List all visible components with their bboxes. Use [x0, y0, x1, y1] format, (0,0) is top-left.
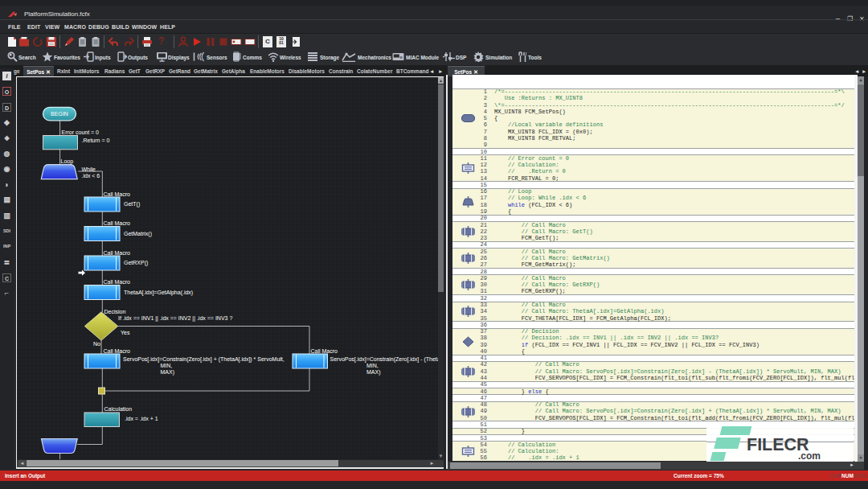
svg-text:Yes: Yes: [121, 330, 130, 335]
svg-text:Call Macro: Call Macro: [311, 348, 338, 354]
svg-text:.idx = .idx + 1: .idx = .idx + 1: [125, 416, 158, 421]
svg-text:GetRXP(): GetRXP(): [124, 260, 148, 266]
svg-text:Decision: Decision: [104, 309, 126, 314]
svg-text:BEGIN: BEGIN: [51, 111, 68, 117]
svg-text:GetMatrix(): GetMatrix(): [124, 231, 152, 237]
svg-text:.Return = 0: .Return = 0: [82, 138, 110, 143]
svg-text:If .idx == INV1 || .idx == IN: If .idx == INV1 || .idx == INV2 || .idx …: [118, 315, 232, 322]
svg-text:ThetaA[.idx]=GetAlpha(.idx): ThetaA[.idx]=GetAlpha(.idx): [124, 290, 193, 296]
svg-text:Calculation: Calculation: [104, 406, 133, 412]
svg-text:.idx < 6: .idx < 6: [82, 173, 100, 179]
svg-text:ServoPos[.idx]=Constrain(Zero[: ServoPos[.idx]=Constrain(Zero[.idx] + (T…: [123, 356, 285, 363]
svg-text:Call Macro: Call Macro: [104, 250, 131, 256]
svg-text:Call Macro: Call Macro: [104, 220, 131, 226]
svg-text:Error count = 0: Error count = 0: [62, 129, 100, 135]
svg-text:GetT(): GetT(): [124, 201, 140, 208]
svg-text:MIN,: MIN,: [161, 363, 173, 368]
svg-text:o: o: [399, 55, 402, 60]
svg-text:Call Macro: Call Macro: [104, 279, 131, 285]
svg-text:MAX): MAX): [366, 369, 381, 376]
svg-text:ServoPos[.idx]=Constrain(Zero[: ServoPos[.idx]=Constrain(Zero[.idx] - (T…: [330, 356, 439, 363]
svg-text:While: While: [82, 166, 96, 172]
svg-text:No: No: [93, 341, 100, 347]
svg-text:MIN,: MIN,: [366, 363, 379, 368]
svg-text:Loop: Loop: [61, 158, 74, 165]
svg-text:Call Macro: Call Macro: [104, 191, 131, 197]
svg-text:Call Macro: Call Macro: [104, 348, 131, 354]
svg-text:MAX): MAX): [161, 369, 175, 376]
